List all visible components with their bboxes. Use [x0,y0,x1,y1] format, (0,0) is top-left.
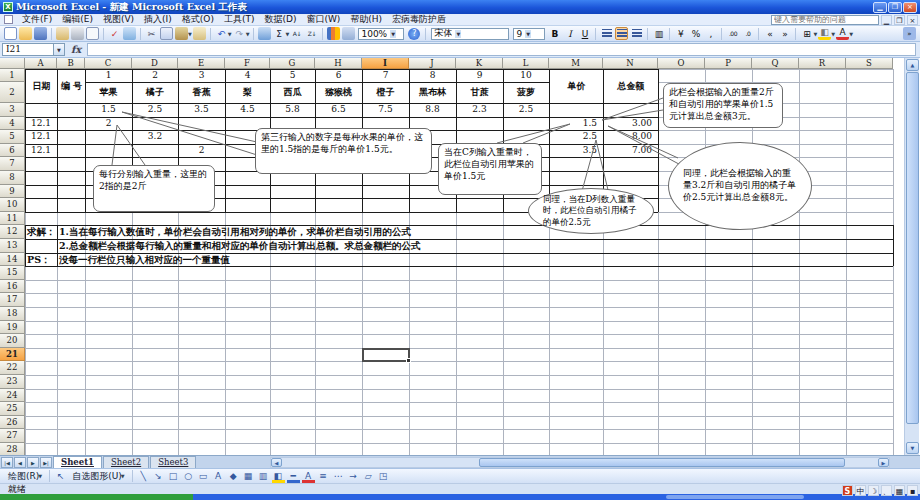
fill-color-icon[interactable]: ◧ [818,27,831,40]
col-header-C[interactable]: C [85,58,132,69]
help-icon[interactable]: ? [408,28,420,40]
minimize-button[interactable]: ▁ [873,2,887,13]
callout-2[interactable]: 每行分别输入重量，这里的2指的是2斤 [93,165,215,212]
merged-cell-N1[interactable]: 总金额 [604,70,658,103]
cell-K2[interactable]: 甘蔗 [458,82,501,103]
col-header-B[interactable]: B [57,58,85,69]
spelling-icon[interactable]: ✓ [108,27,121,40]
workbook-restore-button[interactable]: ❒ [894,15,905,25]
cell-C2[interactable]: 苹果 [87,82,130,103]
col-header-G[interactable]: G [270,58,315,69]
align-left-icon[interactable] [600,27,613,40]
callout-1[interactable]: 第三行输入的数字是每种水果的单价，这里的1.5指的是每斤的单价1.5元。 [255,128,432,174]
sheet-tab-sheet1[interactable]: Sheet1 [53,456,102,468]
save-icon[interactable] [34,27,47,40]
bold-icon[interactable]: B [548,27,561,40]
insert-function-button[interactable]: fx [71,44,81,55]
ime-keyboard-icon[interactable]: ▦ [894,485,905,496]
selected-cell-I21[interactable] [362,348,410,363]
sheet-tab-sheet2[interactable]: Sheet2 [103,456,149,468]
word-art-icon[interactable]: A [212,470,225,483]
cell-L2[interactable]: 菠萝 [505,82,547,103]
currency-icon[interactable]: ¥ [674,27,687,40]
cell-F1[interactable]: 4 [227,69,268,82]
row-header-13[interactable]: 13 [0,239,25,253]
ime-chinese-icon[interactable]: 中 [855,485,866,496]
tab-nav-prev-button[interactable]: ◀ [14,457,26,468]
hyperlink-icon[interactable] [258,27,271,40]
cell-I3[interactable]: 7.5 [364,103,407,117]
cell-M4[interactable]: 1.5 [551,117,601,131]
col-header-R[interactable]: R [799,58,846,69]
print-icon[interactable] [71,27,84,40]
cell-D1[interactable]: 2 [134,69,176,82]
cell-J2[interactable]: 黑布林 [411,82,454,103]
arrow-style-icon[interactable]: → [347,470,360,483]
undo-icon[interactable]: ↶ [215,27,228,40]
row-header-22[interactable]: 22 [0,361,25,375]
align-center-icon[interactable] [615,27,628,40]
chevron-down-icon[interactable]: ▼ [286,31,290,37]
cell-D2[interactable]: 橘子 [134,82,176,103]
cell-E3[interactable]: 3.5 [180,103,223,117]
col-header-I[interactable]: I [362,58,409,69]
row-header-16[interactable]: 16 [0,280,25,294]
open-icon[interactable] [19,27,32,40]
row-header-14[interactable]: 14 [0,253,25,267]
cell-B14[interactable]: 没每一行栏位只输入相对应的一个重量值 [59,253,230,267]
row-header-21[interactable]: 21 [0,348,25,362]
workbook-minimize-button[interactable]: ▁ [881,15,892,25]
vertical-scroll-thumb[interactable] [906,72,919,424]
line-color-icon[interactable]: ━ [287,470,300,483]
cell-A14[interactable]: PS： [27,253,51,267]
col-header-F[interactable]: F [225,58,270,69]
row-header-1[interactable]: 1 [0,69,25,82]
merged-cell-M1[interactable]: 单价 [550,70,603,103]
ime-punct-icon[interactable]: 、 [881,485,892,496]
chevron-down-icon[interactable]: ▼ [831,31,835,37]
percent-icon[interactable]: % [689,27,702,40]
horizontal-scrollbar[interactable]: ◀ ▶ [270,457,890,468]
restore-button[interactable]: ❒ [888,2,902,13]
row-header-26[interactable]: 26 [0,416,25,430]
autosum-icon[interactable]: Σ [273,27,286,40]
oval-icon[interactable]: ○ [182,470,195,483]
chevron-down-icon[interactable]: ▼ [188,31,192,37]
chart-wizard-icon[interactable] [327,27,340,40]
cell-B12[interactable]: 1.当在每行输入数值时，单价栏会自动引用相对列的单价，求单价栏自动引用的公式 [59,225,411,239]
col-header-K[interactable]: K [456,58,503,69]
row-header-12[interactable]: 12 [0,225,25,239]
cell-G2[interactable]: 西瓜 [272,82,313,103]
select-objects-icon[interactable]: ↖ [54,470,67,483]
menu-item-4[interactable]: 插入(I) [139,13,177,26]
col-header-P[interactable]: P [705,58,752,69]
cell-C3[interactable]: 1.5 [87,103,130,117]
row-header-24[interactable]: 24 [0,389,25,403]
menu-item-10[interactable]: 宏病毒防护盾 [387,13,451,26]
cell-J3[interactable]: 8.8 [411,103,454,117]
tab-nav-next-button[interactable]: ▶ [27,457,39,468]
row-header-3[interactable]: 3 [0,103,25,117]
autoshapes-menu-button[interactable]: 自选图形(U) ▼ [68,470,128,483]
chevron-down-icon[interactable]: ▼ [813,31,817,37]
paste-icon[interactable] [175,27,188,40]
diagram-icon[interactable]: ◆ [227,470,240,483]
toolbar-options-button[interactable]: » [903,27,916,40]
drawing-icon[interactable] [342,27,355,40]
format-painter-icon[interactable] [193,27,206,40]
col-header-D[interactable]: D [132,58,178,69]
name-box-dropdown[interactable]: ▼ [54,43,65,56]
increase-decimal-icon[interactable]: .00 [726,27,739,40]
sort-desc-icon[interactable]: Z↓ [305,27,318,40]
research-icon[interactable] [123,27,136,40]
font-color-icon[interactable]: A [836,27,849,40]
font-name-combo[interactable]: 宋体 ▼ [431,28,509,40]
callout-4[interactable]: 同理，当在D列数入重量时，此栏位自动引用橘子的单价2.5元 [528,188,654,234]
name-box[interactable]: I21 [2,43,54,56]
redo-icon[interactable]: ↷ [233,27,246,40]
cell-A4[interactable]: 12.1 [27,117,55,131]
decrease-indent-icon[interactable]: « [763,27,776,40]
col-header-E[interactable]: E [178,58,225,69]
scroll-left-button[interactable]: ◀ [271,458,282,467]
col-header-J[interactable]: J [409,58,456,69]
